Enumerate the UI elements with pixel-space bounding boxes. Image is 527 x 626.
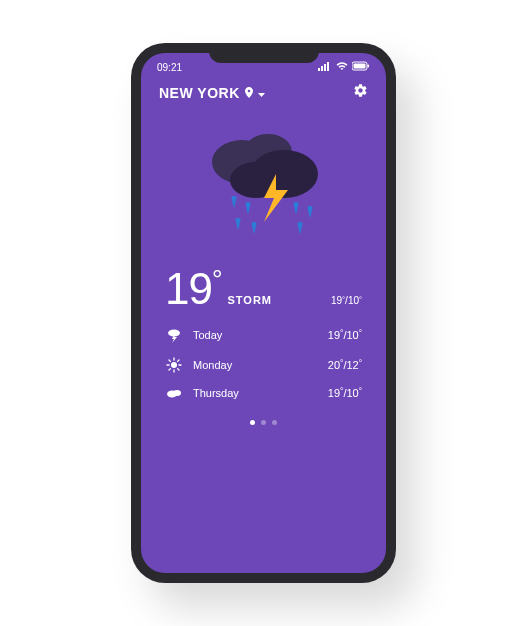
storm-icon [165,327,183,343]
battery-icon [352,61,370,73]
location-name: NEW YORK [159,85,240,101]
svg-rect-2 [324,64,326,71]
page-dot[interactable] [250,420,255,425]
svg-rect-3 [327,62,329,71]
forecast-row[interactable]: Thursday 19°/10° [165,380,362,406]
storm-cloud-icon [194,126,334,246]
forecast-row[interactable]: Today 19°/10° [165,320,362,350]
weather-illustration [141,102,386,264]
current-temp-row: 19° STORM 19°/10° [141,264,386,314]
status-icons [318,61,370,73]
forecast-day: Thursday [193,387,239,399]
signal-icon [318,61,332,73]
location-pin-icon [245,85,253,101]
forecast-day: Monday [193,359,232,371]
sunny-icon [165,357,183,373]
gear-icon [353,83,368,98]
forecast-range: 20°/12° [328,359,362,371]
svg-rect-5 [354,64,366,69]
phone-notch [209,43,319,63]
forecast-day: Today [193,329,222,341]
phone-frame: 09:21 [131,43,396,583]
forecast-range: 19°/10° [328,329,362,341]
page-dot[interactable] [272,420,277,425]
current-temp: 19° STORM [165,264,272,314]
condition-label: STORM [228,294,273,306]
svg-line-17 [169,360,170,361]
forecast-list: Today 19°/10° Monday 20°/12° T [141,314,386,406]
chevron-down-icon [258,85,265,101]
svg-rect-1 [321,66,323,71]
forecast-range: 19°/10° [328,387,362,399]
cloudy-icon [165,387,183,399]
svg-point-12 [171,362,177,368]
location-selector[interactable]: NEW YORK [159,85,265,101]
wifi-icon [336,61,348,73]
app-screen: 09:21 [141,53,386,573]
svg-line-19 [169,369,170,370]
svg-rect-6 [368,65,370,68]
svg-line-20 [178,360,179,361]
svg-point-22 [173,390,181,396]
forecast-row[interactable]: Monday 20°/12° [165,350,362,380]
settings-button[interactable] [353,83,368,102]
svg-rect-0 [318,68,320,71]
pagination-dots[interactable] [141,406,386,439]
temp-value: 19° [165,264,222,314]
header: NEW YORK [141,75,386,102]
status-time: 09:21 [157,62,182,73]
temp-high-low: 19°/10° [331,295,362,306]
page-dot[interactable] [261,420,266,425]
svg-line-18 [178,369,179,370]
